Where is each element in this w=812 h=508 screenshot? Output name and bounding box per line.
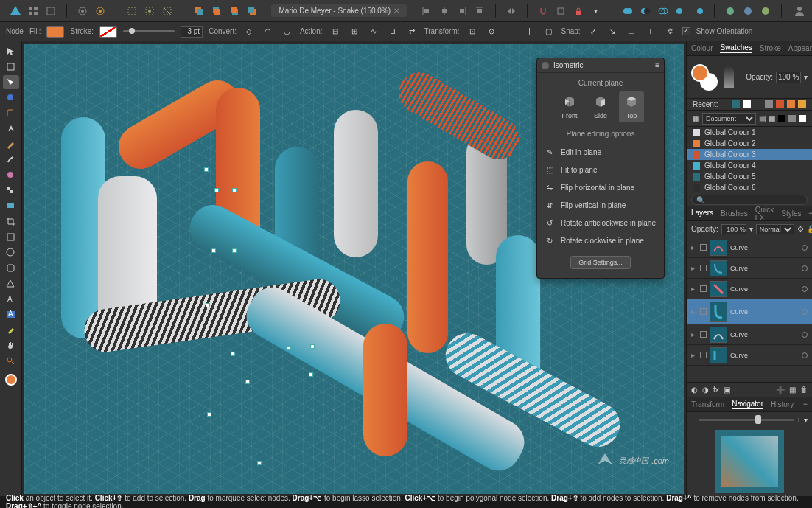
shape-tool-icon[interactable] [3,230,19,244]
snap-geometry-icon[interactable]: ⊥ [625,25,638,38]
break-curve-icon[interactable]: ⊟ [329,25,342,38]
recent-swatch[interactable] [798,100,806,108]
order-forward-icon[interactable] [226,3,242,19]
snap-construction-icon[interactable]: ✲ [663,25,676,38]
align-right-icon[interactable] [454,3,470,19]
select-all-icon[interactable] [124,3,140,19]
close-panel-icon[interactable] [542,62,549,69]
app-logo-icon[interactable] [7,3,24,19]
doc-settings-icon[interactable] [43,3,59,19]
global-colour-item[interactable]: Global Colour 3 [687,149,812,160]
pen-tool-icon[interactable] [3,122,19,136]
layer-item[interactable]: ▸Curve [687,237,812,258]
layer-adjust-icon[interactable]: ◑ [702,386,709,394]
grid-settings-button[interactable]: Grid Settings... [570,256,631,269]
hand-tool-icon[interactable] [3,338,19,352]
recent-swatch[interactable] [787,100,795,108]
zoom-slider[interactable] [699,419,794,421]
transform-mode-icon[interactable]: ⊡ [466,25,479,38]
panel-menu-icon[interactable]: ≡ [809,209,813,218]
layer-settings-icon[interactable]: ⚙ [797,225,804,233]
convert-smart-icon[interactable]: ◡ [281,25,294,38]
eyedropper-icon[interactable] [724,66,734,88]
fill-tool-icon[interactable] [3,168,19,182]
recent-swatch[interactable] [754,100,762,108]
pal-sw[interactable] [778,115,785,122]
fill-stroke-selector[interactable] [691,64,718,91]
ellipse-tool-icon[interactable] [3,246,19,260]
global-colour-item[interactable]: Global Colour 2 [687,138,812,149]
plane-side-button[interactable]: Side [588,91,613,122]
color-picker-icon[interactable] [3,372,19,386]
layer-item[interactable]: ▸Curve [687,258,812,279]
palette-select[interactable]: Document [702,113,756,125]
close-doc-icon[interactable]: ✕ [393,7,399,15]
align-center-icon[interactable] [436,3,452,19]
order-backward-icon[interactable] [209,3,225,19]
list-view-icon[interactable]: ▤ [759,114,766,122]
zoom-in-icon[interactable]: + [797,416,801,424]
snap-settings-icon[interactable] [553,3,569,19]
rotate-acw-button[interactable]: ↺Rotate anticlockwise in plane [543,216,658,229]
account-icon[interactable] [791,3,808,19]
pal-sw[interactable] [799,115,806,122]
panel-menu-icon[interactable]: ≡ [655,61,659,69]
gear2-icon[interactable] [92,3,108,19]
flip-horizontal-button[interactable]: ⇋Flip horizontal in plane [543,181,658,194]
convert-sharp-icon[interactable]: ◇ [242,25,256,38]
node-tool-icon[interactable] [3,75,19,89]
global-colour-item[interactable]: Global Colour 4 [687,160,812,171]
zoom-menu-icon[interactable]: ▾ [804,416,808,424]
eyedropper-tool-icon[interactable] [3,323,19,337]
global-colour-item[interactable]: Global Colour 1 [687,127,812,138]
deselect-icon[interactable] [159,3,175,19]
layer-item[interactable]: ▸Curve [687,324,812,345]
fit-to-plane-button[interactable]: ⬚Fit to plane [543,163,658,176]
snap-toggle-icon[interactable] [535,3,551,19]
tab-swatches[interactable]: Swatches [720,44,752,53]
join-curves-icon[interactable]: ⊔ [386,25,399,38]
recent-swatch[interactable] [765,100,773,108]
align-top-icon[interactable] [472,3,488,19]
clip-icon[interactable]: ▾ [588,3,604,19]
reverse-curve-icon[interactable]: ⇄ [405,25,419,38]
add-layer-icon[interactable]: ➕ [776,386,785,394]
global-colour-item[interactable]: Global Colour 5 [687,171,812,182]
opacity-dropdown-icon[interactable]: ▾ [804,73,808,81]
brush-tool-icon[interactable] [3,153,19,167]
align-left-icon[interactable] [419,3,435,19]
flip-h-icon[interactable] [503,3,519,19]
snap-node-icon[interactable]: ↘ [606,25,619,38]
tab-layers[interactable]: Layers [691,209,713,218]
plane-top-button[interactable]: Top [619,91,644,122]
persona-icon[interactable] [25,3,41,19]
snap-align-icon[interactable]: ⤢ [587,25,600,38]
order-back-icon[interactable] [191,3,207,19]
zoom-tool-icon[interactable] [3,354,19,368]
layer-fx-icon[interactable]: fx [713,386,719,394]
blend-mode-select[interactable]: Normal [756,224,794,234]
transform-box-icon[interactable]: ▢ [542,25,556,38]
stroke-width-value[interactable]: 3 pt [181,26,203,38]
delete-layer-icon[interactable]: 🗑 [800,386,808,394]
boolean-add-icon[interactable] [620,3,636,19]
panel-menu-icon[interactable]: ≡ [803,400,808,408]
tab-quickfx[interactable]: Quick FX [755,206,774,222]
tab-appearance[interactable]: Appearance [788,44,812,52]
layer-item[interactable]: ▸Curve [687,299,812,324]
corner-tool-icon[interactable] [3,106,19,120]
layer-opacity-dropdown[interactable]: ▾ [749,225,753,233]
transform-cycle-icon[interactable]: — [504,25,517,38]
tab-stroke[interactable]: Stroke [760,44,781,52]
stroke-swatch[interactable] [99,26,117,38]
boolean-intersect-icon[interactable] [655,3,671,19]
layer-opacity-input[interactable] [721,224,746,234]
tab-navigator[interactable]: Navigator [732,400,763,409]
tab-history[interactable]: History [771,400,794,408]
opacity-input[interactable] [776,72,801,83]
gear1-icon[interactable] [74,3,91,19]
show-orientation-checkbox[interactable] [682,27,690,35]
insert-behind-icon[interactable] [757,3,774,19]
tab-styles[interactable]: Styles [781,209,801,218]
tab-brushes[interactable]: Brushes [721,209,748,218]
